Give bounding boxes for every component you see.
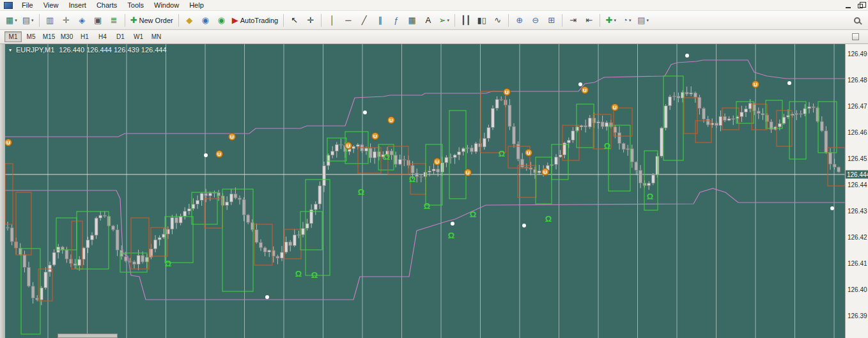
signal-dot-icon	[787, 81, 791, 85]
timeframe-m15[interactable]: M15	[40, 31, 58, 42]
signal-up-marker-icon: U	[542, 169, 549, 176]
svg-text:U: U	[527, 150, 531, 156]
signal-up-marker-icon: U	[345, 142, 352, 150]
toolbar-group: ↖✛	[286, 13, 318, 27]
window-minimize-button[interactable]	[842, 1, 853, 10]
signal-omega-marker-icon: Ω	[499, 149, 505, 158]
svg-text:U: U	[435, 159, 439, 165]
trendline-button[interactable]: ╱	[357, 13, 371, 27]
toolbar-separator	[39, 14, 40, 27]
chart-window: UUUUUUUUUUUUUUΩΩΩΩΩΩΩΩΩΩΩΩΩ ▾ EURJPY,M1 …	[0, 44, 868, 338]
signal-omega-marker-icon: Ω	[384, 152, 390, 162]
svg-text:U: U	[466, 170, 470, 176]
channel-button[interactable]: ∥	[373, 13, 387, 27]
navigator-button[interactable]: ◈	[75, 13, 89, 27]
cursor-button[interactable]: ↖	[287, 13, 302, 27]
chart-shift-button[interactable]: ⇤	[582, 13, 596, 27]
menu-insert[interactable]: Insert	[63, 1, 91, 10]
signal-omega-marker-icon: Ω	[358, 187, 364, 197]
timeframe-m5[interactable]: M5	[22, 31, 40, 42]
timeframe-mn[interactable]: MN	[148, 31, 165, 42]
svg-text:U: U	[505, 89, 509, 95]
window-restore-button[interactable]	[855, 1, 865, 10]
timeframe-m1[interactable]: M1	[4, 31, 22, 42]
signal-omega-marker-icon: Ω	[295, 269, 302, 279]
zoom-in-button[interactable]: ⊕	[512, 13, 527, 27]
timeframe-w1[interactable]: W1	[130, 31, 147, 42]
menu-help[interactable]: Help	[184, 1, 209, 10]
grid-layer	[48, 44, 834, 338]
crosshair-button[interactable]: ✛	[303, 13, 318, 27]
strategy-tester-button[interactable]: ≣	[107, 13, 121, 27]
line-chart-button[interactable]: ∿	[490, 13, 505, 27]
auto-scroll-button[interactable]: ⇥	[566, 13, 580, 27]
templates-icon: ▤	[637, 16, 645, 24]
autotrading-button[interactable]: ▶AutoTrading	[230, 13, 281, 27]
timeframe-h4[interactable]: H4	[94, 31, 111, 42]
menu-file[interactable]: File	[17, 1, 38, 10]
menu-window[interactable]: Window	[149, 1, 184, 10]
one-click-trading-toggle[interactable]: ▾	[9, 47, 12, 53]
indicators-button[interactable]: ✚▾	[603, 13, 618, 27]
price-axis-label: 126.43	[848, 208, 867, 215]
arrows-icon: ➢	[439, 16, 446, 24]
trendline-icon: ╱	[362, 16, 367, 24]
toolbar-separator	[178, 14, 179, 27]
periods-icon: ◔	[623, 16, 628, 24]
horizontal-line-button[interactable]: ─	[341, 13, 355, 27]
menu-tools[interactable]: Tools	[122, 1, 149, 10]
svg-text:U: U	[346, 143, 350, 149]
candlestick-chart-button[interactable]: ▮▯	[474, 13, 489, 27]
new-order-button[interactable]: ✚New Order	[128, 13, 175, 27]
fibonacci-icon: ƒ	[394, 16, 398, 24]
chart-window-icon	[4, 2, 13, 9]
bars-chart-button[interactable]: ┃┃	[458, 13, 473, 27]
timeframe-h1[interactable]: H1	[76, 31, 93, 42]
sound-button[interactable]: ◉	[214, 13, 229, 27]
new-chart-button[interactable]: ▦▾	[4, 13, 19, 27]
side-panel-button[interactable]	[848, 29, 863, 44]
timeframe-d1[interactable]: D1	[112, 31, 129, 42]
window-left-edge	[0, 44, 5, 338]
autotrading-icon: ▶	[232, 16, 238, 24]
vertical-line-button[interactable]: │	[325, 13, 339, 27]
toolbar-group: ▥✛◈▣≣	[42, 13, 122, 27]
toolbar-group: ┃┃▮▯∿	[458, 13, 506, 27]
templates-button[interactable]: ▤▾	[635, 13, 651, 27]
market-watch-button[interactable]: ▥	[43, 13, 58, 27]
signal-omega-marker-icon: Ω	[470, 210, 476, 219]
timeframe-m30[interactable]: M30	[58, 31, 75, 42]
shapes-button[interactable]: ▦	[405, 13, 419, 27]
tile-windows-button[interactable]: ⊞	[544, 13, 559, 27]
cursor-icon: ↖	[291, 16, 298, 24]
horizontal-scrollbar-thumb[interactable]	[58, 334, 118, 338]
signal-omega-marker-icon: Ω	[545, 214, 552, 224]
arrows-button[interactable]: ➢▾	[437, 13, 451, 27]
horizontal-line-icon: ─	[345, 16, 351, 24]
toolbar-separator	[600, 14, 600, 27]
data-window-button[interactable]: ✛	[59, 13, 74, 27]
zoom-out-button[interactable]: ⊖	[528, 13, 543, 27]
terminal-button[interactable]: ▣	[91, 13, 105, 27]
experts-button[interactable]: ◉	[198, 13, 213, 27]
metaeditor-button[interactable]: ◆	[182, 13, 197, 27]
periods-button[interactable]: ◔▾	[619, 13, 634, 27]
signal-omega-marker-icon: Ω	[647, 192, 653, 201]
chevron-down-icon: ▾	[614, 18, 616, 23]
toolbar-search-button[interactable]	[849, 13, 864, 27]
menu-view[interactable]: View	[38, 1, 64, 10]
toolbar-separator	[508, 14, 509, 27]
chart-area[interactable]: UUUUUUUUUUUUUUΩΩΩΩΩΩΩΩΩΩΩΩΩ ▾ EURJPY,M1 …	[5, 44, 845, 338]
text-button[interactable]: A	[421, 13, 435, 27]
signal-dot-icon	[363, 111, 367, 114]
price-axis-label: 126.42	[848, 234, 867, 241]
signal-dot-icon	[204, 153, 208, 157]
chart-canvas[interactable]: UUUUUUUUUUUUUUΩΩΩΩΩΩΩΩΩΩΩΩΩ	[5, 44, 845, 338]
price-scale[interactable]: 126.49126.48126.47126.46126.45126.44126.…	[845, 44, 868, 338]
text-icon: A	[425, 16, 431, 24]
menu-charts[interactable]: Charts	[91, 1, 122, 10]
profiles-button[interactable]: ▤▾	[20, 13, 36, 27]
line-chart-icon: ∿	[494, 16, 501, 24]
market-watch-icon: ▥	[46, 16, 54, 24]
fibonacci-button[interactable]: ƒ	[389, 13, 403, 27]
